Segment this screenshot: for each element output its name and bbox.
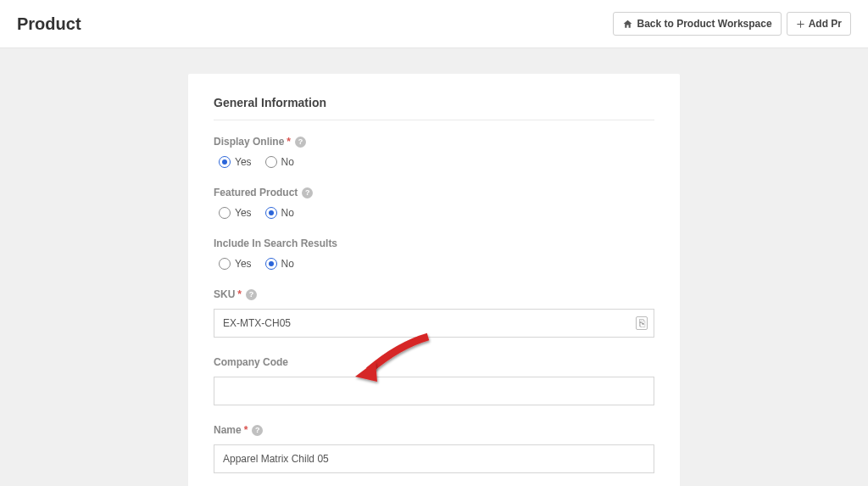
sku-label: SKU * ? <box>214 288 654 300</box>
name-field: Name * ? <box>214 424 654 473</box>
display-online-label: Display Online * ? <box>214 136 654 148</box>
radio-icon <box>219 258 231 270</box>
include-search-radios: Yes No <box>214 258 654 270</box>
company-code-label: Company Code <box>214 356 654 368</box>
display-online-field: Display Online * ? Yes No <box>214 136 654 168</box>
radio-icon <box>219 156 231 168</box>
back-button-label: Back to Product Workspace <box>637 18 771 30</box>
name-label: Name * ? <box>214 424 654 436</box>
radio-icon <box>265 207 277 219</box>
content-area: General Information Display Online * ? Y… <box>0 48 868 486</box>
company-code-field: Company Code <box>214 356 654 405</box>
sku-field: SKU * ? ⎘ <box>214 288 654 338</box>
radio-icon <box>265 156 277 168</box>
featured-product-field: Featured Product ? Yes No <box>214 187 654 219</box>
featured-product-label: Featured Product ? <box>214 187 654 198</box>
radio-icon <box>219 207 231 219</box>
autofill-icon: ⎘ <box>636 316 648 330</box>
include-search-yes[interactable]: Yes <box>219 258 252 270</box>
company-code-input[interactable] <box>214 377 654 405</box>
featured-product-yes[interactable]: Yes <box>219 207 252 219</box>
form-card: General Information Display Online * ? Y… <box>188 74 680 486</box>
include-search-label: Include In Search Results <box>214 237 654 249</box>
display-online-no[interactable]: No <box>265 156 294 168</box>
display-online-radios: Yes No <box>214 156 654 168</box>
help-icon[interactable]: ? <box>246 289 257 300</box>
include-search-field: Include In Search Results Yes No <box>214 237 654 270</box>
help-icon[interactable]: ? <box>252 425 263 436</box>
radio-icon <box>265 258 277 270</box>
featured-product-no[interactable]: No <box>265 207 294 219</box>
help-icon[interactable]: ? <box>302 187 313 198</box>
page-title: Product <box>17 14 81 34</box>
help-icon[interactable]: ? <box>295 137 306 148</box>
featured-product-radios: Yes No <box>214 207 654 219</box>
add-button-label: Add Pr <box>809 18 842 30</box>
display-online-yes[interactable]: Yes <box>219 156 252 168</box>
sku-input[interactable] <box>214 309 654 338</box>
required-indicator: * <box>244 424 248 436</box>
section-title: General Information <box>214 96 654 120</box>
sku-input-wrapper: ⎘ <box>214 309 654 338</box>
add-product-button[interactable]: Add Pr <box>787 12 851 36</box>
name-input[interactable] <box>214 444 654 473</box>
back-to-workspace-button[interactable]: Back to Product Workspace <box>613 12 781 36</box>
header-actions: Back to Product Workspace Add Pr <box>613 12 851 36</box>
required-indicator: * <box>287 136 291 148</box>
page-header: Product Back to Product Workspace Add Pr <box>0 0 868 48</box>
include-search-no[interactable]: No <box>265 258 294 270</box>
home-icon <box>622 19 633 30</box>
plus-icon <box>796 20 805 29</box>
required-indicator: * <box>237 288 242 300</box>
